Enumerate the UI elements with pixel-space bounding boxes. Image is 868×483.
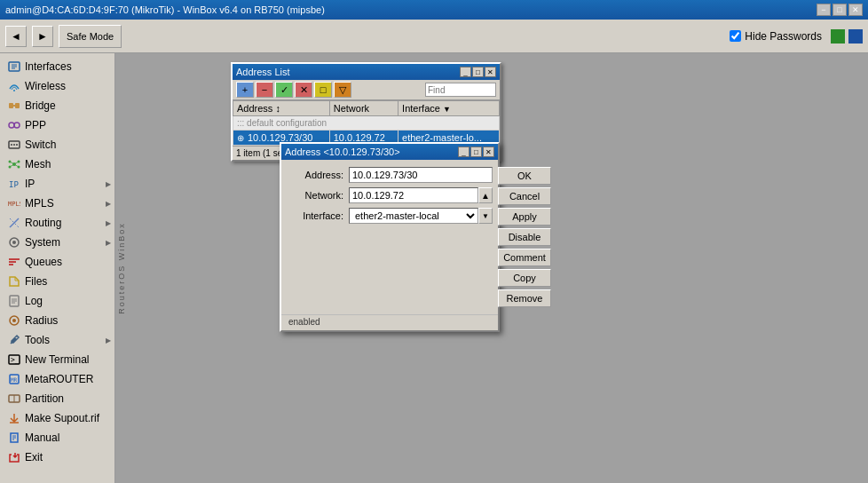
copy-button[interactable]: Copy	[498, 269, 551, 287]
sidebar-item-newterminal[interactable]: >_New Terminal	[0, 350, 114, 369]
svg-text:MR: MR	[11, 376, 18, 383]
hide-passwords-area: Hide Passwords	[730, 29, 863, 44]
svg-rect-6	[15, 103, 20, 108]
sidebar-item-label-interfaces: Interfaces	[25, 60, 72, 73]
status-blue-indicator	[848, 29, 863, 44]
address-list-controls: _ □ ✕	[460, 67, 496, 77]
ok-button[interactable]: OK	[498, 167, 551, 185]
svg-rect-5	[9, 103, 13, 108]
svg-point-9	[14, 123, 20, 128]
comment-address-button[interactable]: □	[314, 82, 332, 98]
mesh-icon	[7, 157, 21, 171]
addrlist-maximize[interactable]: □	[472, 67, 484, 77]
sidebar-item-makesupout[interactable]: Make Supout.rif	[0, 408, 114, 428]
main-layout: InterfacesWirelessBridgePPPSwitchMeshIPI…	[0, 53, 868, 483]
addr-edit-titlebar: Address <10.0.129.73/30> _ □ ✕	[281, 144, 498, 160]
forward-button[interactable]: ►	[32, 26, 53, 47]
table-row[interactable]: ::: default configuration	[233, 116, 500, 131]
partition-icon	[7, 392, 21, 406]
sidebar-item-exit[interactable]: Exit	[0, 447, 114, 467]
interface-dropdown-button[interactable]: ▼	[478, 208, 493, 224]
window-controls: − □ ✕	[817, 4, 863, 16]
address-list-toolbar: + − ✓ ✕ □ ▽	[233, 80, 500, 100]
log-icon	[7, 294, 21, 308]
maximize-button[interactable]: □	[832, 4, 847, 16]
sidebar-item-manual[interactable]: Manual	[0, 428, 114, 447]
network-field-input[interactable]	[349, 187, 478, 203]
disable-address-button[interactable]: ✕	[295, 82, 312, 98]
safemode-button[interactable]: Safe Mode	[59, 25, 122, 48]
col-address: Address ↕	[233, 101, 330, 116]
addr-edit-controls: _ □ ✕	[458, 146, 494, 157]
sidebar-item-interfaces[interactable]: Interfaces	[0, 57, 114, 76]
sidebar-item-label-makesupout: Make Supout.rif	[25, 412, 99, 424]
radius-icon	[7, 313, 21, 328]
sidebar-item-routing[interactable]: Routing	[0, 213, 114, 233]
add-address-button[interactable]: +	[236, 82, 254, 98]
sidebar-item-log[interactable]: Log	[0, 291, 114, 311]
sidebar-item-ip[interactable]: IPIP	[0, 174, 114, 194]
address-field-row: Address:	[288, 167, 493, 183]
svg-point-26	[12, 241, 16, 244]
remove-address-button[interactable]: −	[256, 82, 273, 98]
sidebar-item-label-files: Files	[25, 275, 47, 288]
sidebar-item-metarouter[interactable]: MRMetaROUTER	[0, 369, 114, 389]
default-config-label: ::: default configuration	[233, 116, 500, 131]
content-area: Address List _ □ ✕ + − ✓ ✕ □ ▽ Addr	[115, 53, 868, 483]
sidebar-item-label-system: System	[25, 236, 60, 249]
sidebar-item-partition[interactable]: Partition	[0, 389, 114, 408]
sidebar-item-system[interactable]: System	[0, 233, 114, 252]
filter-button[interactable]: ▽	[334, 82, 351, 98]
sidebar-item-label-mesh: Mesh	[25, 158, 51, 170]
enable-address-button[interactable]: ✓	[275, 82, 293, 98]
interface-select[interactable]: ether2-master-local	[349, 208, 478, 224]
exit-icon	[7, 450, 21, 464]
close-button[interactable]: ✕	[848, 4, 863, 16]
switch-icon	[7, 138, 21, 152]
main-toolbar: ◄ ► Safe Mode Hide Passwords	[0, 20, 868, 53]
comment-button[interactable]: Comment	[498, 249, 551, 266]
address-field-input[interactable]	[349, 167, 493, 183]
minimize-button[interactable]: −	[817, 4, 831, 16]
sidebar-item-radius[interactable]: Radius	[0, 311, 114, 330]
search-input[interactable]	[425, 83, 496, 97]
apply-button[interactable]: Apply	[498, 208, 551, 226]
metarouter-icon: MR	[7, 372, 21, 386]
cancel-button[interactable]: Cancel	[498, 187, 551, 205]
sidebar-item-label-metarouter: MetaROUTER	[25, 373, 93, 385]
addrlist-minimize[interactable]: _	[460, 67, 471, 77]
sidebar-item-label-routing: Routing	[25, 217, 61, 229]
network-field-row: Network: ▲	[288, 187, 493, 203]
svg-point-35	[12, 319, 16, 322]
sidebar-item-files[interactable]: Files	[0, 272, 114, 291]
sidebar-item-wireless[interactable]: Wireless	[0, 76, 114, 96]
title-bar: admin@D4:CA:6D:D4:9F:70 (MikroTik) - Win…	[0, 0, 868, 20]
back-button[interactable]: ◄	[5, 26, 27, 47]
hide-passwords-checkbox[interactable]	[730, 30, 741, 42]
queues-icon	[7, 255, 21, 269]
sidebar-item-queues[interactable]: Queues	[0, 252, 114, 272]
interface-field-row: Interface: ether2-master-local ▼	[288, 208, 493, 224]
remove-button[interactable]: Remove	[498, 289, 551, 307]
network-spin-button[interactable]: ▲	[478, 187, 493, 203]
sidebar-item-label-wireless: Wireless	[25, 80, 66, 92]
addr-edit-minimize[interactable]: _	[458, 146, 470, 157]
hide-passwords-label: Hide Passwords	[745, 30, 822, 43]
disable-button[interactable]: Disable	[498, 228, 551, 246]
addr-edit-close[interactable]: ✕	[483, 146, 494, 157]
sidebar-item-switch[interactable]: Switch	[0, 135, 114, 154]
sidebar-item-bridge[interactable]: Bridge	[0, 96, 114, 115]
network-field-container: ▲	[349, 187, 493, 203]
dialog-fields: Address: Network: ▲ Interface:	[288, 167, 493, 307]
addr-edit-maximize[interactable]: □	[470, 146, 482, 157]
addrlist-close[interactable]: ✕	[485, 67, 496, 77]
sidebar-item-mpls[interactable]: MPLSMPLS	[0, 194, 114, 213]
sidebar-item-tools[interactable]: Tools	[0, 330, 114, 350]
sidebar-item-label-partition: Partition	[25, 392, 64, 405]
sidebar-item-ppp[interactable]: PPP	[0, 115, 114, 135]
sidebar: InterfacesWirelessBridgePPPSwitchMeshIPI…	[0, 53, 115, 483]
sidebar-item-mesh[interactable]: Mesh	[0, 154, 114, 174]
address-table: Address ↕ Network Interface ▼ ::: defaul…	[233, 100, 500, 146]
sidebar-item-label-ppp: PPP	[25, 119, 46, 131]
col-interface: Interface ▼	[398, 101, 500, 116]
